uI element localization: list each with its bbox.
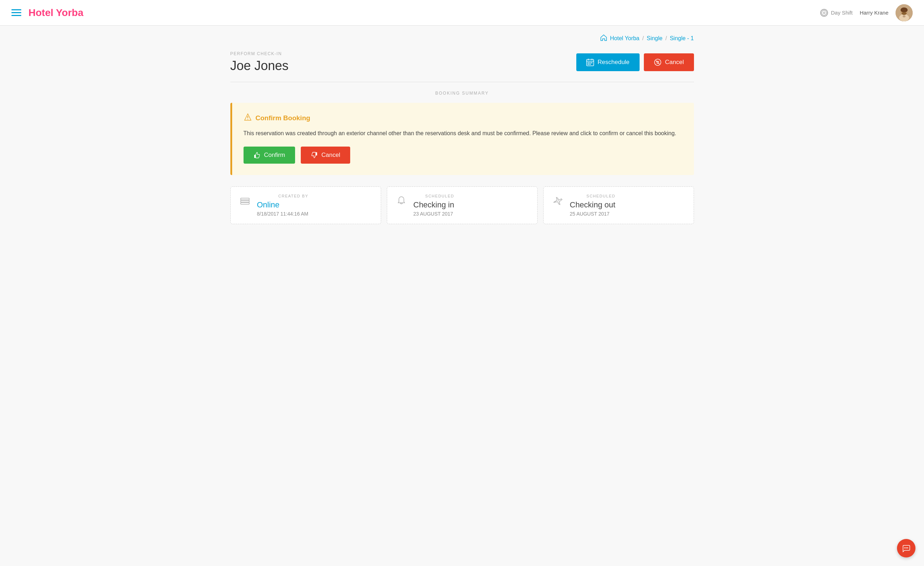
svg-rect-29 bbox=[316, 152, 317, 155]
shift-icon bbox=[820, 9, 828, 17]
checkin-card: SCHEDULED Checking in 23 AUGUST 2017 bbox=[387, 187, 537, 224]
svg-rect-31 bbox=[241, 200, 249, 202]
checkin-title: Checking in bbox=[414, 200, 454, 209]
cancel-alert-button[interactable]: Cancel bbox=[301, 147, 350, 164]
breadcrumb-level2[interactable]: Single - 1 bbox=[670, 35, 694, 42]
svg-rect-19 bbox=[590, 62, 591, 63]
alert-text: This reservation was created through an … bbox=[243, 129, 682, 138]
checkout-subtitle: 25 AUGUST 2017 bbox=[570, 211, 615, 217]
page-header: PERFORM CHECK-IN Joe Jones Reschedule bbox=[230, 51, 694, 73]
section-divider bbox=[230, 82, 694, 82]
thumbs-up-icon bbox=[254, 152, 261, 159]
created-by-card: CREATED BY Online 8/18/2017 11:44:16 AM bbox=[230, 187, 381, 224]
header-left: Hotel Yorba bbox=[11, 7, 84, 18]
breadcrumb-sep-1: / bbox=[642, 35, 644, 42]
hamburger-menu[interactable] bbox=[11, 9, 21, 16]
shift-info: Day Shift bbox=[820, 9, 852, 17]
checkout-content: SCHEDULED Checking out 25 AUGUST 2017 bbox=[570, 194, 615, 217]
breadcrumb-level1[interactable]: Single bbox=[647, 35, 662, 42]
svg-point-11 bbox=[900, 8, 908, 12]
svg-rect-28 bbox=[254, 155, 256, 158]
avatar bbox=[896, 4, 913, 21]
layers-icon bbox=[239, 195, 250, 209]
created-by-label: CREATED BY bbox=[257, 194, 309, 198]
info-cards: CREATED BY Online 8/18/2017 11:44:16 AM … bbox=[230, 187, 694, 224]
cancel-booking-button[interactable]: Cancel bbox=[644, 53, 694, 71]
breadcrumb: Hotel Yorba / Single / Single - 1 bbox=[230, 34, 694, 43]
created-by-content: CREATED BY Online 8/18/2017 11:44:16 AM bbox=[257, 194, 309, 217]
alert-icon bbox=[243, 113, 252, 123]
svg-point-13 bbox=[902, 12, 907, 15]
checkout-card: SCHEDULED Checking out 25 AUGUST 2017 bbox=[543, 187, 694, 224]
checkin-subtitle: 23 AUGUST 2017 bbox=[414, 211, 454, 217]
svg-point-1 bbox=[824, 12, 825, 14]
checkin-content: SCHEDULED Checking in 23 AUGUST 2017 bbox=[414, 194, 454, 217]
checkin-label: SCHEDULED bbox=[414, 194, 454, 198]
svg-rect-32 bbox=[241, 202, 249, 204]
svg-point-0 bbox=[822, 10, 826, 15]
cancel-label: Cancel bbox=[665, 59, 684, 66]
alert-heading: Confirm Booking bbox=[256, 114, 310, 122]
header-right: Day Shift Harry Krane bbox=[820, 4, 913, 21]
plane-icon bbox=[552, 195, 564, 209]
page-title: Joe Jones bbox=[230, 58, 289, 73]
checkout-label: SCHEDULED bbox=[570, 194, 615, 198]
confirm-booking-alert: Confirm Booking This reservation was cre… bbox=[230, 103, 694, 175]
cancel-icon bbox=[654, 58, 662, 66]
svg-point-12 bbox=[903, 15, 906, 17]
section-label: BOOKING SUMMARY bbox=[230, 91, 694, 96]
reschedule-icon bbox=[586, 58, 594, 66]
avatar-image bbox=[896, 4, 913, 21]
svg-rect-30 bbox=[241, 198, 249, 200]
cancel-alert-label: Cancel bbox=[321, 152, 340, 159]
reschedule-label: Reschedule bbox=[598, 59, 630, 66]
breadcrumb-icon bbox=[600, 34, 607, 43]
svg-rect-22 bbox=[590, 64, 591, 65]
bell-icon bbox=[396, 195, 407, 209]
page-subtitle: PERFORM CHECK-IN bbox=[230, 51, 289, 56]
main-content: Hotel Yorba / Single / Single - 1 PERFOR… bbox=[213, 26, 711, 233]
checkout-title: Checking out bbox=[570, 200, 615, 209]
created-by-subtitle: 8/18/2017 11:44:16 AM bbox=[257, 211, 309, 217]
header: Hotel Yorba Day Shift Harry Krane bbox=[0, 0, 924, 26]
alert-title: Confirm Booking bbox=[243, 113, 682, 123]
reschedule-button[interactable]: Reschedule bbox=[576, 53, 640, 71]
breadcrumb-sep-2: / bbox=[665, 35, 667, 42]
user-name: Harry Krane bbox=[860, 10, 888, 16]
page-actions: Reschedule Cancel bbox=[576, 53, 694, 71]
page-header-left: PERFORM CHECK-IN Joe Jones bbox=[230, 51, 289, 73]
logo: Hotel Yorba bbox=[28, 7, 84, 18]
confirm-label: Confirm bbox=[264, 152, 285, 159]
breadcrumb-home[interactable]: Hotel Yorba bbox=[610, 35, 640, 42]
shift-label: Day Shift bbox=[831, 10, 852, 16]
created-by-title[interactable]: Online bbox=[257, 200, 309, 209]
svg-rect-18 bbox=[588, 62, 589, 63]
svg-rect-21 bbox=[588, 64, 589, 65]
confirm-button[interactable]: Confirm bbox=[243, 147, 296, 164]
alert-actions: Confirm Cancel bbox=[243, 147, 682, 164]
svg-rect-20 bbox=[591, 62, 592, 63]
thumbs-down-icon bbox=[311, 152, 318, 159]
svg-point-27 bbox=[248, 119, 248, 119]
